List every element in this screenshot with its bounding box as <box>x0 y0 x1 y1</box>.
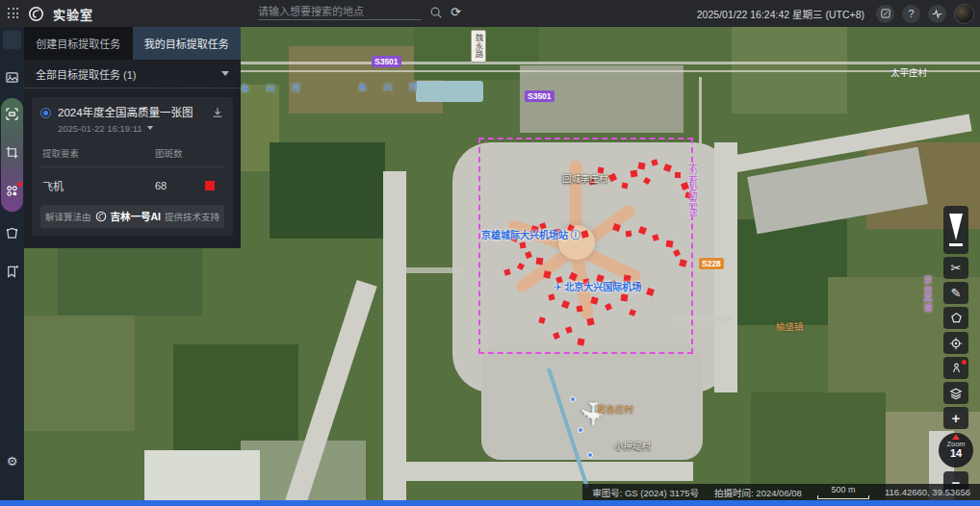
map-license: 审图号: GS (2024) 3175号 <box>592 486 699 499</box>
scale-bar: 500 m <box>817 486 869 499</box>
brand-logo-icon <box>28 6 44 22</box>
feedback-note-icon[interactable] <box>876 5 894 23</box>
map-label: 大兴机场高速 <box>685 162 699 216</box>
detection-box[interactable] <box>637 162 645 169</box>
map-label: 榆垡镇 <box>776 319 804 333</box>
algorithm-credit: 解译算法由 吉林一号AI 提供技术支持 <box>40 205 224 228</box>
map-label: 永 兴 河 <box>358 80 425 93</box>
road-shield: S228 <box>699 258 724 269</box>
map-label: 京台高速 <box>920 275 934 312</box>
polygon-draw-icon[interactable] <box>0 221 24 245</box>
map-label: 魏永路 <box>471 30 486 63</box>
task-radio[interactable] <box>40 108 51 118</box>
pond <box>416 81 483 102</box>
task-panel: 创建目标提取任务 我的目标提取任务 全部目标提取任务 (1) 2024年度全国高… <box>24 27 241 248</box>
credit-prefix: 解译算法由 <box>45 210 91 223</box>
map-label: 富各庄村 <box>597 402 633 416</box>
scale-text: 500 m <box>831 486 855 494</box>
chevron-down-icon <box>147 126 153 130</box>
layers-button[interactable] <box>943 382 968 404</box>
status-bar: 审图号: GS (2024) 3175号 拍摄时间: 2024/06/08 50… <box>582 484 980 500</box>
draw-tool-button[interactable]: ✎ <box>943 282 968 304</box>
license-label: 审图号: <box>592 488 622 498</box>
aoi-rectangle[interactable] <box>478 138 693 354</box>
zoom-in-button[interactable]: + <box>943 407 968 429</box>
runway-south <box>404 462 693 481</box>
bookmark-add-icon[interactable] <box>0 260 24 284</box>
industrial-area <box>144 450 260 500</box>
task-filter-dropdown[interactable]: 全部目标提取任务 (1) <box>24 60 241 89</box>
map-label: 永 兴 河 <box>241 81 307 94</box>
activity-icon[interactable] <box>928 5 946 23</box>
map-label[interactable]: ✈ 北京大兴国际机场 <box>554 279 641 293</box>
swipe-compare-button[interactable] <box>943 206 968 254</box>
capture-value: 2024/06/08 <box>756 488 802 498</box>
tab-create-task[interactable]: 创建目标提取任务 <box>24 27 133 60</box>
detection-box[interactable] <box>665 240 673 247</box>
forest-patch <box>270 142 385 239</box>
apps-grid-icon[interactable] <box>8 8 19 19</box>
reset-view-icon[interactable]: ⟳ <box>451 5 461 19</box>
road <box>223 70 980 72</box>
settings-gear-icon[interactable]: ⚙ <box>0 449 24 473</box>
clip-tool-button[interactable]: ✂ <box>943 257 968 279</box>
feature-name: 飞机 <box>42 178 155 193</box>
map-label[interactable]: 京雄城际大兴机场站 ⓘ <box>481 227 580 241</box>
license-value: GS (2024) 3175号 <box>625 488 699 498</box>
map-marker[interactable] <box>578 427 583 433</box>
road-shield: S3501 <box>525 90 554 102</box>
notification-badge <box>17 182 22 187</box>
target-extract-icon[interactable] <box>0 102 24 126</box>
detection-box[interactable] <box>520 242 527 249</box>
street-view-button[interactable] <box>943 357 968 379</box>
cursor-coordinates: 116.42660, 39.53656 <box>885 487 970 497</box>
search-input[interactable] <box>258 4 422 20</box>
column-count: 图斑数 <box>155 146 205 160</box>
detection-box[interactable] <box>675 172 681 178</box>
credit-suffix: 提供技术支持 <box>165 210 219 223</box>
top-bar: 实验室 ⟳ 2025/01/22 16:24:42 星期三 (UTC+8) ? <box>0 0 980 27</box>
detection-box[interactable] <box>577 306 583 313</box>
map-label: 太平庄村 <box>890 65 927 79</box>
tab-my-tasks[interactable]: 我的目标提取任务 <box>133 27 242 60</box>
help-icon[interactable]: ? <box>902 5 920 23</box>
ai-apps-icon[interactable] <box>0 179 24 203</box>
left-icon-rail: ⚙ <box>0 27 24 500</box>
scale-line <box>817 495 869 499</box>
zoom-level-dial[interactable]: Zoom 14 <box>939 433 973 468</box>
detection-box[interactable] <box>626 231 632 238</box>
crop-select-icon[interactable] <box>0 140 24 164</box>
map-marker[interactable] <box>587 452 593 458</box>
rail-top-button[interactable] <box>3 31 21 49</box>
task-timestamp[interactable]: 2025-01-22 16:19:11 <box>58 123 224 134</box>
column-feature: 提取要素 <box>42 146 155 160</box>
field-patch <box>751 392 886 498</box>
feature-count: 68 <box>155 180 205 191</box>
swipe-wedge-icon <box>949 214 963 240</box>
search-icon[interactable] <box>429 6 443 19</box>
download-icon[interactable] <box>211 106 224 119</box>
map-label: 回城李庄村 <box>562 171 608 185</box>
detection-box[interactable] <box>577 338 584 345</box>
chevron-down-icon <box>221 71 229 76</box>
runway-west <box>383 171 406 500</box>
map-marker[interactable] <box>570 396 576 402</box>
detection-box[interactable] <box>543 270 551 278</box>
notification-badge <box>962 360 967 365</box>
locate-button[interactable] <box>943 332 968 354</box>
field-patch <box>173 344 298 450</box>
detection-box[interactable] <box>630 169 637 177</box>
task-card[interactable]: 2024年度全国高质量一张图 2025-01-22 16:19:11 提取要素 … <box>32 97 233 236</box>
polygon-tool-button[interactable] <box>943 307 968 329</box>
zoom-level-value: 14 <box>950 447 962 460</box>
detection-box[interactable] <box>586 317 594 325</box>
detection-box[interactable] <box>621 294 629 302</box>
feature-color-swatch[interactable] <box>205 181 215 190</box>
user-avatar[interactable] <box>954 4 974 24</box>
credit-brand: 吉林一号AI <box>111 209 162 223</box>
zoom-label: Zoom <box>946 441 965 448</box>
gallery-icon[interactable] <box>0 65 24 89</box>
table-row[interactable]: 飞机 68 <box>40 167 224 205</box>
detection-box[interactable] <box>621 182 628 189</box>
detection-box[interactable] <box>536 258 544 266</box>
